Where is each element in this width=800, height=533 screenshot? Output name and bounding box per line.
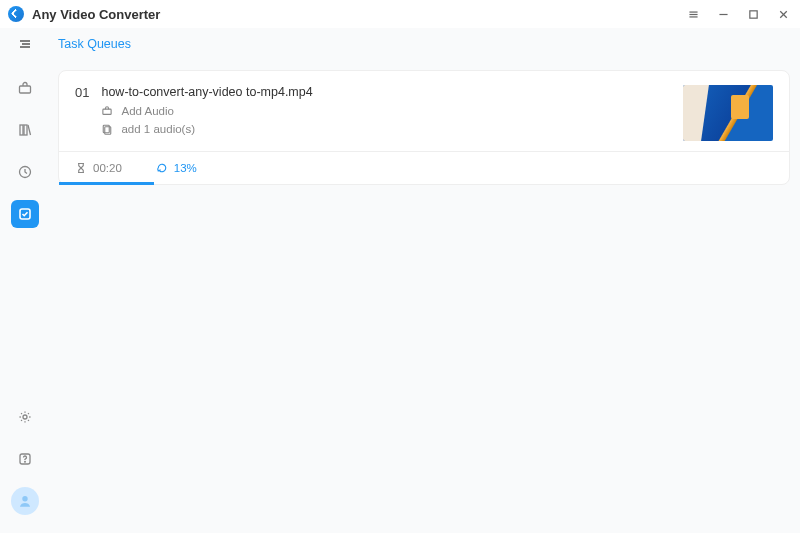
svg-rect-20 [103,109,111,114]
maximize-button[interactable] [744,5,762,23]
svg-rect-10 [20,86,31,93]
task-progress: 13% [156,162,197,174]
sidebar [0,60,50,533]
sidebar-item-history[interactable] [11,158,39,186]
sidebar-item-help[interactable] [11,445,39,473]
main-content: 01 how-to-convert-any-video to-mp4.mp4 A… [50,60,800,533]
task-thumbnail [683,85,773,141]
queue-toggle-icon[interactable] [16,35,34,53]
sidebar-item-library[interactable] [11,116,39,144]
avatar[interactable] [11,487,39,515]
add-audio-button[interactable]: Add Audio [101,105,312,117]
task-duration: 00:20 [75,162,122,174]
svg-point-16 [23,415,27,419]
svg-rect-12 [24,125,27,135]
svg-rect-11 [20,125,23,135]
task-card[interactable]: 01 how-to-convert-any-video to-mp4.mp4 A… [58,70,790,185]
titlebar: Any Video Converter [0,0,800,28]
topbar: Task Queues [0,28,800,60]
svg-point-18 [25,461,26,462]
duration-label: 00:20 [93,162,122,174]
task-index: 01 [75,85,89,141]
close-button[interactable] [774,5,792,23]
app-logo [8,6,24,22]
svg-point-19 [22,496,27,501]
task-filename: how-to-convert-any-video to-mp4.mp4 [101,85,312,99]
svg-rect-4 [749,10,756,17]
sidebar-item-toolbox[interactable] [11,74,39,102]
audio-count-row: add 1 audio(s) [101,123,312,135]
progress-bar [59,182,154,185]
sidebar-item-tasks[interactable] [11,200,39,228]
audio-count-label: add 1 audio(s) [121,123,195,135]
hamburger-icon[interactable] [684,5,702,23]
progress-percent: 13% [174,162,197,174]
sidebar-item-settings[interactable] [11,403,39,431]
minimize-button[interactable] [714,5,732,23]
svg-line-13 [28,125,31,135]
add-audio-label: Add Audio [121,105,173,117]
page-title: Task Queues [58,37,131,51]
app-title: Any Video Converter [32,7,160,22]
